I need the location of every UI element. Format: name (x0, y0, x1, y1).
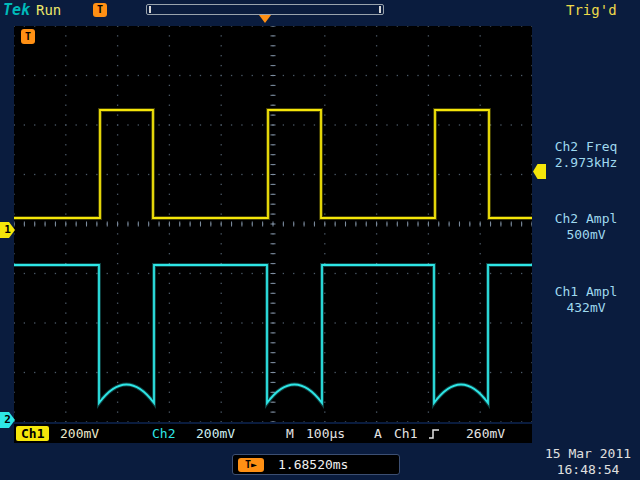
waveform-display (14, 26, 532, 422)
date-text: 15 Mar 2011 (538, 446, 638, 462)
ch2-scale: 200mV (196, 424, 235, 443)
graticule-grid (14, 26, 532, 422)
datetime-display: 15 Mar 2011 16:48:54 (538, 446, 638, 478)
status-bar: Ch1 200mV Ch2 200mV M 100µs A Ch1 260mV (14, 424, 532, 443)
trigger-time-readout: T► 1.68520ms (232, 454, 400, 475)
timebase-label: M (286, 424, 294, 443)
measurement-ch2-ampl: Ch2 Ampl 500mV (534, 211, 638, 243)
trigger-marker-icon: T (21, 29, 35, 44)
ch1-ground-marker: 1 (0, 222, 15, 238)
record-bracket-right (379, 6, 381, 13)
measurement-label: Ch2 Freq (534, 139, 638, 155)
trigger-status: Trig'd (566, 2, 617, 18)
trigger-position-arrow-icon (259, 15, 271, 23)
measurement-value: 2.973kHz (534, 155, 638, 171)
acquisition-status: Run (36, 2, 61, 18)
graticule-screen: T (14, 26, 532, 422)
measurement-ch1-ampl: Ch1 Ampl 432mV (534, 284, 638, 316)
trigger-icon: T (93, 3, 107, 17)
measurement-ch2-freq: Ch2 Freq 2.973kHz (534, 139, 638, 171)
trigger-time-icon: T► (238, 458, 264, 472)
ch1-label-badge: Ch1 (16, 426, 49, 441)
oscilloscope-display: { "header": { "brand": "Tek", "acq_statu… (0, 0, 640, 480)
trigger-time-value: 1.68520ms (278, 457, 348, 472)
record-bracket-left (149, 6, 151, 13)
trigger-source: Ch1 (394, 424, 417, 443)
ch1-scale: 200mV (60, 424, 99, 443)
measurement-value: 500mV (534, 227, 638, 243)
ch2-label: Ch2 (152, 424, 175, 443)
record-view-bar (146, 4, 384, 15)
timebase-value: 100µs (306, 424, 345, 443)
rising-edge-slope-icon (428, 427, 440, 446)
trigger-mode-label: A (374, 424, 382, 443)
measurement-label: Ch1 Ampl (534, 284, 638, 300)
trigger-level-value: 260mV (466, 424, 505, 443)
brand-logo: Tek (3, 1, 30, 19)
time-text: 16:48:54 (538, 462, 638, 478)
measurement-label: Ch2 Ampl (534, 211, 638, 227)
measurement-value: 432mV (534, 300, 638, 316)
ch2-ground-marker: 2 (0, 412, 15, 428)
